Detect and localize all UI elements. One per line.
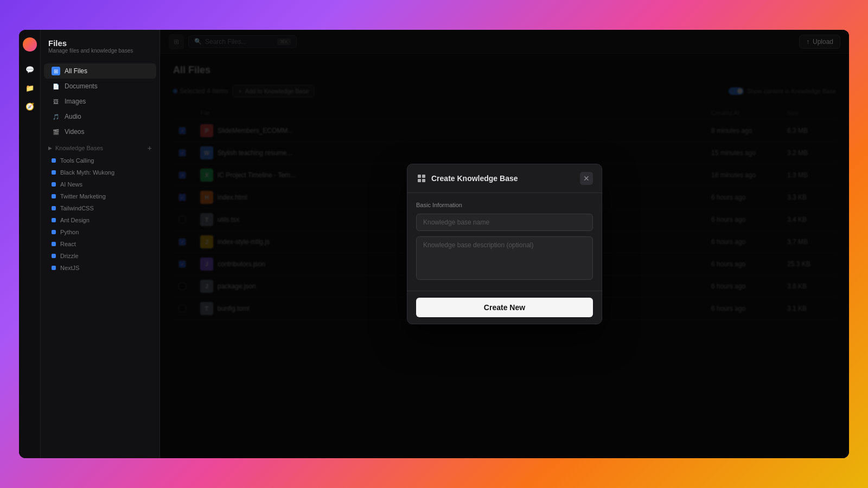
kb-label-python: Python — [60, 229, 79, 235]
sidebar-nav: ⊞ All Files 📄 Documents 🖼 Images 🎵 Audio… — [41, 59, 159, 458]
svg-rect-2 — [418, 179, 421, 182]
kb-section-label: Knowledge Bases — [55, 145, 103, 151]
nav-label-all-files: All Files — [65, 67, 87, 75]
kb-label-tools-calling: Tools Calling — [60, 157, 94, 164]
modal-header-left: Create Knowledge Base — [416, 173, 518, 184]
sidebar-item-audio[interactable]: 🎵 Audio — [44, 109, 156, 124]
kb-item-react[interactable]: React — [44, 238, 156, 250]
kb-dot — [52, 266, 56, 270]
sidebar-item-images[interactable]: 🖼 Images — [44, 94, 156, 109]
kb-dot — [52, 206, 56, 210]
add-kb-icon[interactable]: + — [148, 144, 152, 152]
kb-item-black-myth[interactable]: Black Myth: Wukong — [44, 166, 156, 178]
app-subtitle: Manage files and knowledge bases — [48, 48, 133, 54]
avatar[interactable] — [22, 36, 38, 53]
create-knowledge-base-modal: Create Knowledge Base ✕ Basic Informatio… — [407, 164, 602, 324]
kb-label-react: React — [60, 241, 76, 247]
kb-item-tools-calling[interactable]: Tools Calling — [44, 155, 156, 166]
kb-label-drizzle: Drizzle — [60, 253, 79, 259]
kb-item-nextjs[interactable]: NextJS — [44, 262, 156, 274]
sidebar-header: Files Manage files and knowledge bases — [41, 30, 159, 59]
kb-item-ant-design[interactable]: Ant Design — [44, 214, 156, 226]
main-content: ⊞ 🔍 Search Files... ⌘K ↑ Upload All File… — [160, 30, 849, 458]
nav-label-audio: Audio — [65, 113, 81, 120]
kb-dot — [52, 194, 56, 198]
sidebar-strip: 💬 📁 🧭 — [19, 30, 41, 458]
kb-dot — [52, 242, 56, 246]
kb-label-ai-news: AI News — [60, 181, 82, 188]
modal-overlay[interactable]: Create Knowledge Base ✕ Basic Informatio… — [160, 30, 849, 458]
modal-section-label: Basic Information — [416, 202, 593, 208]
svg-rect-3 — [422, 179, 425, 182]
kb-item-python[interactable]: Python — [44, 226, 156, 238]
audio-icon: 🎵 — [52, 112, 60, 121]
kb-dot — [52, 170, 56, 175]
sidebar-item-all-files[interactable]: ⊞ All Files — [44, 63, 156, 79]
svg-rect-1 — [422, 175, 425, 178]
modal-body: Basic Information — [407, 193, 602, 291]
images-icon: 🖼 — [52, 97, 60, 106]
kb-dot — [52, 230, 56, 234]
kb-dot — [52, 158, 56, 163]
kb-name-input[interactable] — [416, 214, 593, 231]
sidebar: Files Manage files and knowledge bases ⊞… — [41, 30, 160, 458]
docs-icon: 📄 — [52, 82, 60, 91]
kb-item-drizzle[interactable]: Drizzle — [44, 250, 156, 262]
kb-description-textarea[interactable] — [416, 236, 593, 280]
compass-icon[interactable]: 🧭 — [22, 98, 38, 114]
kb-dot — [52, 182, 56, 187]
kb-item-ai-news[interactable]: AI News — [44, 178, 156, 190]
modal-title: Create Knowledge Base — [431, 174, 518, 183]
kb-label-nextjs: NextJS — [60, 265, 79, 271]
modal-close-button[interactable]: ✕ — [580, 172, 593, 185]
sidebar-item-documents[interactable]: 📄 Documents — [44, 79, 156, 94]
kb-section-header: ▶ Knowledge Bases + — [41, 139, 159, 155]
folder-icon[interactable]: 📁 — [22, 80, 38, 96]
sidebar-item-videos[interactable]: 🎬 Videos — [44, 124, 156, 139]
create-new-button[interactable]: Create New — [416, 298, 593, 317]
app-window: 💬 📁 🧭 Files Manage files and knowledge b… — [19, 30, 849, 458]
modal-header: Create Knowledge Base ✕ — [407, 164, 602, 193]
videos-icon: 🎬 — [52, 127, 60, 136]
knowledge-base-icon — [416, 173, 427, 184]
kb-dot — [52, 254, 56, 258]
nav-label-videos: Videos — [65, 128, 84, 136]
kb-item-tailwindcss[interactable]: TailwindCSS — [44, 202, 156, 214]
chat-icon[interactable]: 💬 — [22, 61, 38, 78]
nav-label-documents: Documents — [65, 82, 98, 90]
nav-label-images: Images — [65, 98, 86, 105]
kb-label-black-myth: Black Myth: Wukong — [60, 169, 114, 176]
grid-icon: ⊞ — [52, 67, 60, 75]
app-title: Files — [48, 38, 133, 48]
kb-label-tailwindcss: TailwindCSS — [60, 205, 94, 211]
modal-footer: Create New — [407, 291, 602, 324]
kb-dot — [52, 218, 56, 222]
svg-rect-0 — [418, 175, 421, 178]
kb-label-twitter-marketing: Twitter Marketing — [60, 193, 106, 200]
kb-item-twitter-marketing[interactable]: Twitter Marketing — [44, 190, 156, 202]
kb-label-ant-design: Ant Design — [60, 217, 90, 223]
